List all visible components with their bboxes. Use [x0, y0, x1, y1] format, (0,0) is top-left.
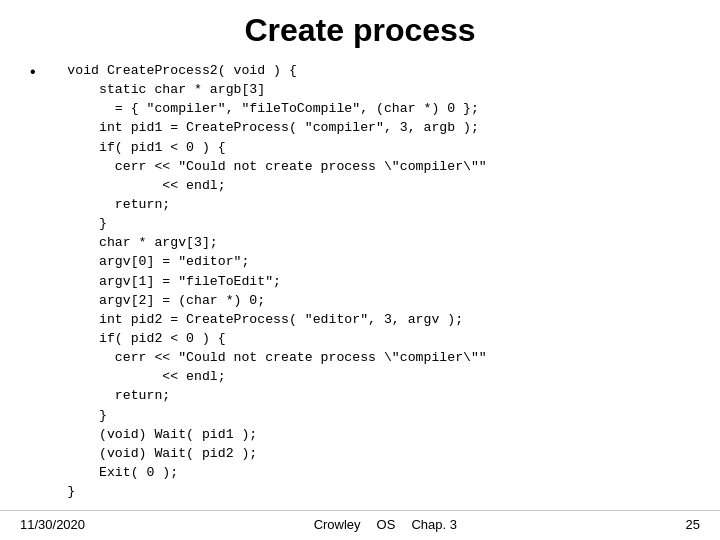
- slide-content: • void CreateProcess2( void ) { static c…: [0, 57, 720, 510]
- slide-footer: 11/30/2020 Crowley OS Chap. 3 25: [0, 510, 720, 540]
- footer-subject: OS: [377, 517, 396, 532]
- footer-page: 25: [686, 517, 700, 532]
- footer-chapter: Chap. 3: [411, 517, 457, 532]
- slide-container: Create process • void CreateProcess2( vo…: [0, 0, 720, 540]
- bullet-dot: •: [30, 63, 36, 81]
- code-block: void CreateProcess2( void ) { static cha…: [44, 61, 487, 501]
- slide-title: Create process: [0, 0, 720, 57]
- footer-author: Crowley: [314, 517, 361, 532]
- footer-center: Crowley OS Chap. 3: [314, 517, 457, 532]
- footer-date: 11/30/2020: [20, 517, 85, 532]
- bullet-item: • void CreateProcess2( void ) { static c…: [30, 61, 690, 501]
